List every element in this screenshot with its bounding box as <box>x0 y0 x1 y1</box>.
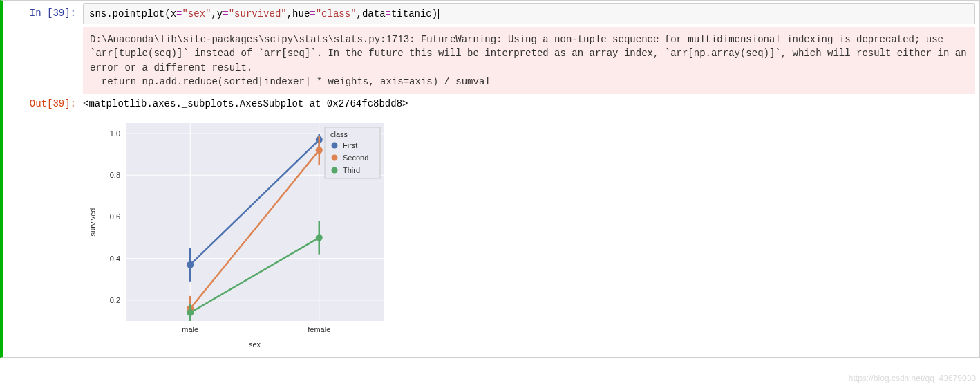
svg-point-36 <box>332 155 338 161</box>
code-input[interactable]: sns.pointplot(x="sex",y="survived",hue="… <box>83 3 975 24</box>
output-text: <matplotlib.axes._subplots.AxesSubplot a… <box>83 94 975 109</box>
code-token: ( <box>164 8 170 19</box>
svg-point-26 <box>316 147 323 154</box>
svg-text:0.8: 0.8 <box>110 171 120 179</box>
svg-text:First: First <box>343 141 357 149</box>
output-row: Out[39]: <matplotlib.axes._subplots.Axes… <box>7 94 975 109</box>
warning-output: D:\Anaconda\lib\site-packages\scipy\stat… <box>83 27 975 94</box>
code-token: x <box>171 8 176 19</box>
code-token: sns.pointplot <box>89 8 164 19</box>
code-token: "class" <box>316 8 357 19</box>
code-token: "survived" <box>229 8 287 19</box>
input-row: In [39]: sns.pointplot(x="sex",y="surviv… <box>7 3 975 24</box>
svg-text:0.6: 0.6 <box>110 213 120 221</box>
svg-point-34 <box>332 143 338 149</box>
prompt-spacer <box>7 115 83 119</box>
svg-text:0.4: 0.4 <box>110 255 120 263</box>
plot-output: 0.20.40.60.81.0malefemalesexsurvivedclas… <box>83 115 975 350</box>
pointplot-chart: 0.20.40.60.81.0malefemalesexsurvivedclas… <box>83 115 408 350</box>
svg-text:0.2: 0.2 <box>110 296 120 304</box>
svg-text:survived: survived <box>88 208 97 237</box>
svg-text:male: male <box>182 325 198 333</box>
svg-text:sex: sex <box>249 340 261 349</box>
code-token: ) <box>432 8 437 19</box>
code-token: data <box>362 8 386 19</box>
svg-text:female: female <box>308 325 330 333</box>
svg-text:Third: Third <box>343 166 360 174</box>
output-prompt: Out[39]: <box>7 94 83 109</box>
stderr-row: D:\Anaconda\lib\site-packages\scipy\stat… <box>7 24 975 94</box>
code-token: = <box>310 8 315 19</box>
svg-point-31 <box>316 235 323 241</box>
svg-text:class: class <box>330 130 348 138</box>
code-token: = <box>386 8 391 19</box>
prompt-spacer <box>7 24 83 28</box>
input-prompt: In [39]: <box>7 3 83 19</box>
code-token: , <box>357 8 362 19</box>
code-token: = <box>223 8 228 19</box>
plot-row: 0.20.40.60.81.0malefemalesexsurvivedclas… <box>7 109 975 350</box>
svg-text:Second: Second <box>343 154 368 162</box>
svg-point-29 <box>187 309 194 316</box>
notebook-cell: In [39]: sns.pointplot(x="sex",y="surviv… <box>0 0 980 358</box>
code-token: y <box>217 8 223 19</box>
code-token: , <box>287 8 292 19</box>
code-token: , <box>211 8 216 19</box>
text-cursor <box>438 9 439 19</box>
svg-point-19 <box>187 261 194 268</box>
code-token: titanic <box>391 8 432 19</box>
svg-point-38 <box>332 167 338 174</box>
code-token: "sex" <box>182 8 211 19</box>
svg-text:1.0: 1.0 <box>110 129 120 138</box>
code-token: hue <box>292 8 310 19</box>
